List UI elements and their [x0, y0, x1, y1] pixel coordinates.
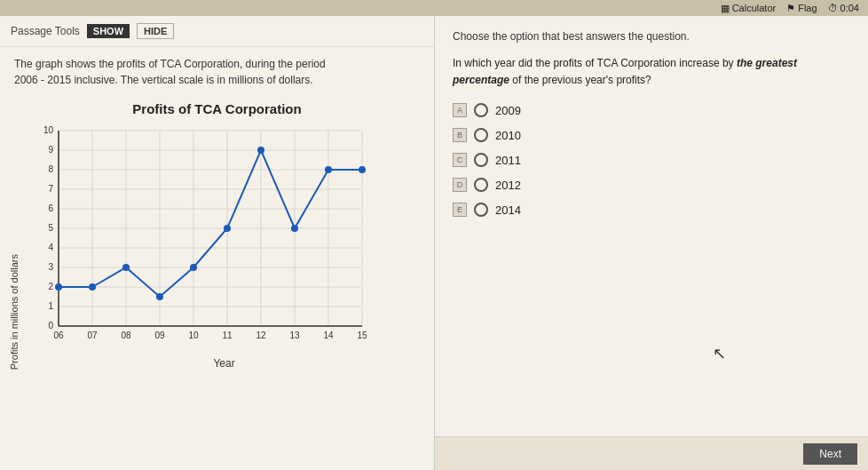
svg-point-45 — [89, 283, 96, 291]
svg-text:5: 5 — [48, 223, 53, 233]
svg-text:7: 7 — [48, 184, 53, 194]
svg-text:10: 10 — [43, 125, 54, 135]
show-button[interactable]: SHOW — [87, 24, 130, 38]
option-prefix-c: C — [453, 153, 467, 167]
svg-point-44 — [55, 283, 62, 291]
question-text: In which year did the profits of TCA Cor… — [453, 55, 850, 89]
hide-button[interactable]: HIDE — [137, 23, 174, 39]
option-item-2011[interactable]: C 2011 — [453, 153, 850, 167]
top-bar: ▦ Calculator ⚑ Flag ⏱ 0:04 — [0, 0, 868, 16]
svg-text:2: 2 — [48, 282, 53, 291]
option-label-2012: 2012 — [495, 179, 521, 192]
passage-line1: The graph shows the profits of TCA Corpo… — [14, 58, 326, 70]
svg-text:4: 4 — [48, 243, 53, 252]
svg-text:6: 6 — [48, 203, 53, 213]
option-radio-2011[interactable] — [474, 153, 488, 167]
option-prefix-d: D — [453, 178, 467, 192]
chart-svg-wrap: .grid-line { stroke: #bbb; stroke-width:… — [23, 122, 425, 355]
svg-text:07: 07 — [87, 331, 98, 340]
option-prefix-a: A — [453, 103, 467, 117]
svg-text:09: 09 — [154, 331, 165, 340]
option-radio-2009[interactable] — [474, 103, 488, 117]
option-label-2010: 2010 — [495, 129, 521, 142]
timer-value: 0:04 — [840, 3, 859, 13]
calculator-item[interactable]: ▦ Calculator — [721, 3, 777, 14]
chart-title: Profits of TCA Corporation — [9, 101, 425, 116]
passage-line2: 2006 - 2015 inclusive. The vertical scal… — [14, 74, 313, 86]
option-prefix-e: E — [453, 203, 467, 217]
option-radio-2010[interactable] — [474, 128, 488, 142]
svg-point-47 — [156, 293, 163, 300]
question-header: Choose the option that best answers the … — [453, 30, 850, 43]
y-axis-label: Profits in millions of dollars — [9, 254, 20, 370]
flag-label: Flag — [798, 3, 817, 13]
option-label-2014: 2014 — [495, 203, 521, 217]
next-button[interactable]: Next — [803, 443, 857, 465]
option-prefix-b: B — [453, 128, 467, 142]
x-axis-label: Year — [23, 357, 425, 370]
calculator-label: Calculator — [732, 3, 777, 13]
svg-point-49 — [224, 225, 231, 232]
option-item-2009[interactable]: A 2009 — [453, 103, 850, 117]
svg-text:15: 15 — [357, 331, 367, 340]
left-panel: Passage Tools SHOW HIDE The graph shows … — [0, 16, 435, 470]
flag-item[interactable]: ⚑ Flag — [786, 3, 817, 14]
option-label-2009: 2009 — [495, 104, 521, 117]
svg-text:14: 14 — [323, 331, 334, 340]
svg-text:13: 13 — [289, 331, 300, 340]
svg-text:10: 10 — [188, 331, 199, 340]
svg-point-50 — [257, 147, 264, 154]
svg-point-53 — [359, 166, 366, 173]
svg-point-48 — [190, 264, 197, 271]
bottom-bar: Next — [435, 436, 868, 470]
option-radio-2012[interactable] — [474, 178, 488, 192]
svg-text:0: 0 — [48, 321, 53, 331]
svg-text:3: 3 — [48, 262, 53, 272]
flag-icon: ⚑ — [786, 3, 795, 14]
option-item-2014[interactable]: E 2014 — [453, 203, 850, 217]
chart-inner: .grid-line { stroke: #bbb; stroke-width:… — [23, 122, 425, 370]
svg-text:08: 08 — [121, 331, 131, 340]
cursor-arrow: ↖ — [713, 344, 726, 363]
svg-point-52 — [325, 166, 332, 173]
calculator-icon: ▦ — [721, 3, 730, 14]
svg-text:12: 12 — [256, 331, 266, 340]
chart-container: Profits in millions of dollars .grid-lin… — [9, 122, 425, 370]
svg-text:11: 11 — [222, 331, 233, 340]
timer-item: ⏱ 0:04 — [828, 3, 859, 13]
right-panel: Choose the option that best answers the … — [435, 16, 868, 470]
svg-text:8: 8 — [48, 164, 53, 174]
chart-svg: .grid-line { stroke: #bbb; stroke-width:… — [23, 122, 369, 353]
svg-text:1: 1 — [48, 301, 53, 311]
svg-text:06: 06 — [53, 331, 64, 340]
option-item-2010[interactable]: B 2010 — [453, 128, 850, 142]
option-item-2012[interactable]: D 2012 — [453, 178, 850, 192]
option-label-2011: 2011 — [495, 154, 521, 167]
options-list: A 2009 B 2010 C 2011 D 2012 E 2014 — [453, 103, 850, 217]
svg-text:9: 9 — [48, 145, 53, 155]
svg-point-46 — [122, 264, 130, 271]
passage-tools-bar: Passage Tools SHOW HIDE — [0, 16, 434, 47]
svg-point-51 — [291, 225, 298, 232]
chart-area: Profits of TCA Corporation Profits in mi… — [0, 101, 434, 370]
passage-text: The graph shows the profits of TCA Corpo… — [0, 47, 434, 97]
timer-icon: ⏱ — [828, 3, 838, 13]
option-radio-2014[interactable] — [474, 203, 488, 217]
passage-tools-label: Passage Tools — [11, 25, 80, 37]
